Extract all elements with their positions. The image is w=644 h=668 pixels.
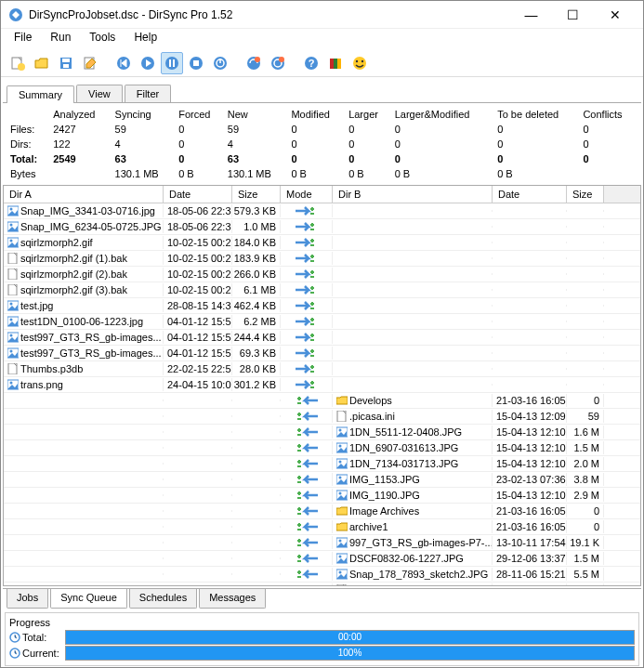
power-button[interactable] <box>209 52 231 74</box>
close-button[interactable]: ✕ <box>594 2 636 28</box>
menu-tools[interactable]: Tools <box>80 29 125 49</box>
table-row[interactable]: test997_GT3_RS_gb-images...04-01-12 15:5… <box>4 346 640 361</box>
table-row[interactable]: sqirlzmorph2.gif (2).bak10-02-15 00:2526… <box>4 267 640 282</box>
tab-filter[interactable]: Filter <box>125 85 171 102</box>
tab-view[interactable]: View <box>76 85 123 102</box>
cell-size <box>232 557 281 559</box>
table-row[interactable]: 997_GT3_RS_gb-images-P7-...13-10-11 17:5… <box>4 535 640 551</box>
cell-sizeb <box>567 384 604 386</box>
sync-b-button[interactable] <box>267 52 289 74</box>
cell-dirb: 1DN_5511-12-0408.JPG <box>333 426 493 439</box>
cell-size <box>232 415 281 417</box>
open-button[interactable] <box>31 52 53 74</box>
books-icon[interactable] <box>324 52 347 74</box>
cell-mode <box>281 520 333 533</box>
stop-button[interactable] <box>185 52 207 74</box>
table-row[interactable]: sqirlzmorph2.gif (1).bak10-02-15 00:2718… <box>4 251 640 267</box>
play-button[interactable] <box>137 52 159 74</box>
cell-dira <box>4 542 164 544</box>
table-row[interactable]: test.jpg28-08-15 14:30462.4 KB <box>4 298 640 314</box>
btab-sync-queue[interactable]: Sync Queue <box>50 589 127 609</box>
cell-size: 184.0 KB <box>232 236 281 249</box>
tab-summary[interactable]: Summary <box>7 85 74 103</box>
table-row[interactable]: sqirlzmorph2.gif10-02-15 00:29184.0 KB <box>4 235 640 251</box>
btab-messages[interactable]: Messages <box>199 589 266 609</box>
cell-mode <box>281 283 333 296</box>
cell-size: 462.4 KB <box>232 299 281 312</box>
cell-sizeb: 0 <box>567 394 604 407</box>
total-progress: 00:00 <box>65 630 635 645</box>
col-date[interactable]: Date <box>164 186 232 203</box>
cell-mode <box>281 426 333 439</box>
edit-button[interactable] <box>79 52 101 74</box>
table-row[interactable]: archive1.7z04-01-13 12:387.1 M <box>4 583 640 585</box>
cell-mode <box>281 504 333 517</box>
smile-icon[interactable] <box>348 52 371 74</box>
clock-icon <box>9 632 20 643</box>
menu-help[interactable]: Help <box>125 29 166 49</box>
svg-rect-66 <box>337 584 346 585</box>
col-sizeb[interactable]: Size <box>567 186 604 203</box>
cell-sizeb <box>567 352 604 354</box>
col-mode[interactable]: Mode <box>281 186 333 203</box>
cell-size: 28.0 KB <box>232 362 281 375</box>
cell-size: 579.3 KB <box>232 204 281 217</box>
col-dateb[interactable]: Date <box>493 186 567 203</box>
cell-dira <box>4 463 164 465</box>
table-row[interactable]: 1DN_6907-031613.JPG15-04-13 12:101.5 M <box>4 440 640 456</box>
table-row[interactable]: Image Archives21-03-16 16:050 <box>4 504 640 519</box>
table-row[interactable]: Snap_178_7893_sketch2.JPG28-11-06 15:215… <box>4 567 640 583</box>
cell-sizeb: 19.1 K <box>567 536 604 549</box>
cell-date: 04-01-12 15:52 <box>164 347 232 360</box>
col-size[interactable]: Size <box>232 186 281 203</box>
table-row[interactable]: IMG_1190.JPG15-04-13 12:102.9 M <box>4 488 640 504</box>
table-row[interactable]: Develops21-03-16 16:050 <box>4 393 640 409</box>
grid-body[interactable]: Snap_IMG_3341-03-0716.jpg18-05-06 22:325… <box>4 203 640 585</box>
cell-mode <box>281 299 333 312</box>
cell-dirb <box>333 210 493 212</box>
cell-mode <box>281 583 333 585</box>
help-button[interactable]: ? <box>300 52 322 74</box>
col-dira[interactable]: Dir A <box>4 186 164 203</box>
table-row[interactable]: archive121-03-16 16:050 <box>4 519 640 535</box>
table-row[interactable]: Thumbs.p3db22-02-15 22:5728.0 KB <box>4 361 640 377</box>
cell-dira: test.jpg <box>4 299 164 312</box>
sync-a-button[interactable] <box>243 52 265 74</box>
table-row[interactable]: Snap_IMG_6234-05-0725.JPG18-05-06 22:321… <box>4 219 640 235</box>
cell-mode <box>281 473 333 486</box>
new-button[interactable] <box>7 52 29 74</box>
cell-sizeb: 5.5 M <box>567 568 604 581</box>
table-row[interactable]: test997_GT3_RS_gb-images...04-01-12 15:5… <box>4 330 640 346</box>
table-row[interactable]: test1DN_0100-06-1223.jpg04-01-12 15:526.… <box>4 314 640 330</box>
svg-rect-10 <box>169 59 171 67</box>
bottom-tabs: Jobs Sync Queue Schedules Messages <box>3 588 641 609</box>
cell-size <box>232 526 281 528</box>
first-button[interactable] <box>112 52 135 74</box>
btab-schedules[interactable]: Schedules <box>129 589 197 609</box>
menu-run[interactable]: Run <box>41 29 80 49</box>
table-row[interactable]: .picasa.ini15-04-13 12:0959 <box>4 409 640 425</box>
table-row[interactable]: IMG_1153.JPG23-02-13 07:363.8 M <box>4 472 640 488</box>
maximize-button[interactable]: ☐ <box>552 2 594 28</box>
table-row[interactable]: 1DN_5511-12-0408.JPG15-04-13 12:101.6 M <box>4 425 640 440</box>
cell-dira <box>4 415 164 417</box>
svg-point-27 <box>356 59 358 61</box>
col-dirb[interactable]: Dir B <box>333 186 493 203</box>
cell-dateb <box>493 257 567 259</box>
table-row[interactable]: sqirlzmorph2.gif (3).bak10-02-15 00:226.… <box>4 282 640 298</box>
cell-dirb: 997_GT3_RS_gb-images-P7-... <box>333 536 493 549</box>
minimize-button[interactable]: — <box>510 2 552 28</box>
table-row[interactable]: trans.png24-04-15 10:00301.2 KB <box>4 377 640 393</box>
cell-date: 28-08-15 14:30 <box>164 299 232 312</box>
table-row[interactable]: 1DN_7134-031713.JPG15-04-13 12:102.0 M <box>4 456 640 472</box>
cell-dirb: Snap_178_7893_sketch2.JPG <box>333 568 493 581</box>
pause-button[interactable] <box>161 52 183 74</box>
cell-sizeb <box>567 368 604 370</box>
table-row[interactable]: Snap_IMG_3341-03-0716.jpg18-05-06 22:325… <box>4 203 640 219</box>
cell-dateb: 04-01-13 12:38 <box>493 583 567 585</box>
table-row[interactable]: DSCF0832-06-1227.JPG29-12-06 13:371.5 M <box>4 551 640 567</box>
menu-file[interactable]: File <box>5 29 41 49</box>
save-button[interactable] <box>55 52 77 74</box>
btab-jobs[interactable]: Jobs <box>7 589 48 609</box>
cell-date <box>164 447 232 449</box>
